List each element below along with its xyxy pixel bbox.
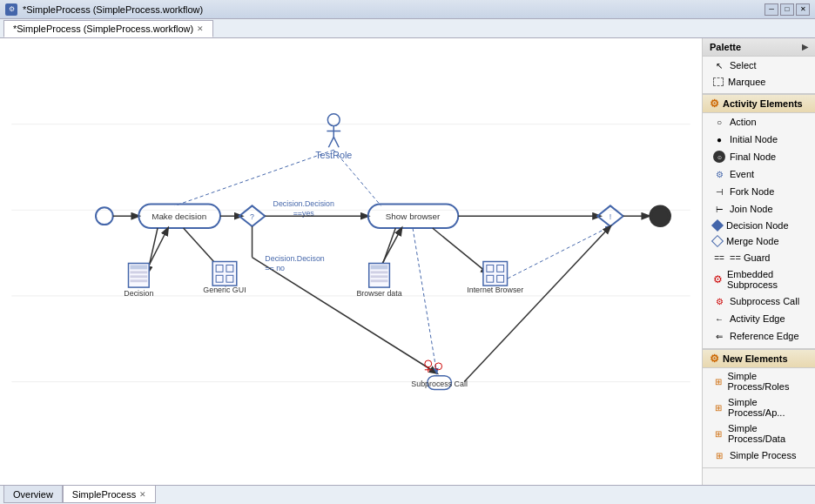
svg-text:Browser data: Browser data xyxy=(356,289,401,298)
tools-section: ↖ Select Marquee xyxy=(703,57,815,94)
simple-process-data-icon: ⊞ xyxy=(713,427,724,440)
marquee-label: Marquee xyxy=(728,77,765,87)
palette-simple-process[interactable]: ⊞ Simple Process xyxy=(703,447,815,464)
svg-rect-45 xyxy=(130,265,147,269)
activity-edge-label: Activity Edge xyxy=(730,313,785,324)
bottom-tab-simple-process[interactable]: SimpleProcess ✕ xyxy=(63,486,156,503)
subprocess-call-label: Subprocess Call xyxy=(730,296,799,306)
select-icon: ↖ xyxy=(713,59,725,71)
svg-point-30 xyxy=(652,208,668,224)
merge-node-icon xyxy=(711,235,724,247)
final-node-icon: ⊙ xyxy=(713,151,725,163)
decision-node-icon xyxy=(711,219,724,232)
initial-node-icon: ● xyxy=(713,133,725,145)
palette-simple-process-ap[interactable]: ⊞ Simple Process/Ap... xyxy=(703,394,815,420)
svg-rect-60 xyxy=(371,279,388,282)
decision-node-label: Decision Node xyxy=(726,220,789,231)
bottom-tab-close-icon[interactable]: ✕ xyxy=(139,490,146,499)
workspace: TestRole Make decision xyxy=(0,38,815,485)
subprocess-call-icon: ⚙ xyxy=(713,295,725,307)
svg-rect-58 xyxy=(371,271,388,273)
tab-simple-process[interactable]: *SimpleProcess (SimpleProcess.workflow) … xyxy=(3,20,213,37)
palette-embedded-subprocess[interactable]: ⚙ Embedded Subprocess xyxy=(703,266,815,292)
bottom-bar: Overview SimpleProcess ✕ xyxy=(0,485,815,504)
palette-merge-node[interactable]: Merge Node xyxy=(703,233,815,249)
palette-activity-edge[interactable]: ← Activity Edge xyxy=(703,310,815,327)
palette-title: Palette xyxy=(710,42,741,52)
tab-close-icon[interactable]: ✕ xyxy=(197,24,204,33)
guard-icon: == xyxy=(713,252,725,264)
palette-header: Palette ▶ xyxy=(703,38,815,57)
svg-text:Internet Browser: Internet Browser xyxy=(467,286,523,294)
new-elements-section-icon: ⚙ xyxy=(710,353,719,365)
action-label: Action xyxy=(730,117,757,127)
palette-simple-process-data[interactable]: ⊞ Simple Process/Data xyxy=(703,420,815,447)
bottom-tab-overview-label: Overview xyxy=(13,489,53,500)
guard-label: == Guard xyxy=(730,252,770,263)
activity-elements-header[interactable]: ⚙ Activity Elements xyxy=(703,94,815,113)
simple-process-ap-icon: ⊞ xyxy=(713,401,724,413)
tab-bar: *SimpleProcess (SimpleProcess.workflow) … xyxy=(0,19,815,38)
svg-text:?: ? xyxy=(250,212,254,221)
window-title: *SimpleProcess (SimpleProcess.workflow) xyxy=(23,4,759,15)
palette-initial-node[interactable]: ● Initial Node xyxy=(703,131,815,148)
palette-reference-edge[interactable]: ⇐ Reference Edge xyxy=(703,327,815,345)
svg-rect-47 xyxy=(130,275,147,278)
event-icon: ⚙ xyxy=(713,168,725,180)
simple-process-icon: ⊞ xyxy=(713,449,725,461)
merge-node-label: Merge Node xyxy=(726,236,779,246)
palette-simple-process-roles[interactable]: ⊞ Simple Process/Roles xyxy=(703,368,815,394)
new-elements-header[interactable]: ⚙ New Elements xyxy=(703,349,815,368)
svg-text:Generic GUI: Generic GUI xyxy=(203,286,246,294)
restore-button[interactable]: □ xyxy=(780,3,794,16)
palette-subprocess-call[interactable]: ⚙ Subprocess Call xyxy=(703,292,815,310)
palette-expand-button[interactable]: ▶ xyxy=(802,43,808,51)
palette-fork-node[interactable]: ⊣ Fork Node xyxy=(703,183,815,200)
simple-process-ap-label: Simple Process/Ap... xyxy=(728,397,805,418)
simple-process-data-label: Simple Process/Data xyxy=(728,423,805,444)
select-label: Select xyxy=(730,60,757,71)
tab-label: *SimpleProcess (SimpleProcess.workflow) xyxy=(13,24,193,34)
svg-text:Make decision: Make decision xyxy=(152,212,206,221)
palette-event[interactable]: ⚙ Event xyxy=(703,165,815,183)
minimize-button[interactable]: ─ xyxy=(764,3,778,16)
final-node-label: Final Node xyxy=(730,151,776,162)
palette-decision-node[interactable]: Decision Node xyxy=(703,218,815,233)
diagram-area[interactable]: TestRole Make decision xyxy=(0,38,702,485)
palette-marquee[interactable]: Marquee xyxy=(703,74,815,90)
palette-panel: Palette ▶ ↖ Select Marquee xyxy=(702,38,815,485)
svg-rect-48 xyxy=(130,279,147,282)
new-elements-label: New Elements xyxy=(723,353,788,364)
activity-elements-label: Activity Elements xyxy=(723,98,803,109)
svg-text:Decision.Decison: Decision.Decison xyxy=(265,255,325,264)
svg-rect-0 xyxy=(11,38,690,485)
section-icon: ⚙ xyxy=(710,97,719,110)
simple-process-roles-label: Simple Process/Roles xyxy=(728,371,805,392)
svg-text:!: ! xyxy=(610,212,611,221)
svg-rect-57 xyxy=(371,265,388,269)
join-node-icon: ⊢ xyxy=(713,203,725,215)
bottom-tab-simple-process-label: SimpleProcess xyxy=(72,489,136,500)
palette-action[interactable]: ○ Action xyxy=(703,113,815,131)
embedded-subprocess-label: Embedded Subprocess xyxy=(727,269,805,290)
bottom-tab-overview[interactable]: Overview xyxy=(3,486,63,503)
palette-guard[interactable]: == == Guard xyxy=(703,249,815,266)
embedded-subprocess-icon: ⚙ xyxy=(713,273,723,286)
svg-text:Decision: Decision xyxy=(124,289,153,298)
app-icon: ⚙ xyxy=(5,3,17,16)
svg-rect-46 xyxy=(130,271,147,273)
window-controls: ─ □ ✕ xyxy=(764,3,810,16)
new-elements-section: ⚙ New Elements ⊞ Simple Process/Roles ⊞ … xyxy=(703,349,815,468)
palette-final-node[interactable]: ⊙ Final Node xyxy=(703,148,815,165)
palette-join-node[interactable]: ⊢ Join Node xyxy=(703,200,815,218)
close-button[interactable]: ✕ xyxy=(796,3,810,16)
svg-text:Show browser: Show browser xyxy=(386,212,441,221)
simple-process-roles-icon: ⊞ xyxy=(713,375,724,387)
reference-edge-icon: ⇐ xyxy=(713,330,725,342)
app-window: ⚙ *SimpleProcess (SimpleProcess.workflow… xyxy=(0,0,815,504)
svg-text:Decision.Decision: Decision.Decision xyxy=(273,199,334,208)
palette-select[interactable]: ↖ Select xyxy=(703,57,815,74)
fork-node-label: Fork Node xyxy=(730,186,774,197)
title-bar: ⚙ *SimpleProcess (SimpleProcess.workflow… xyxy=(0,0,815,19)
fork-node-icon: ⊣ xyxy=(713,185,725,198)
